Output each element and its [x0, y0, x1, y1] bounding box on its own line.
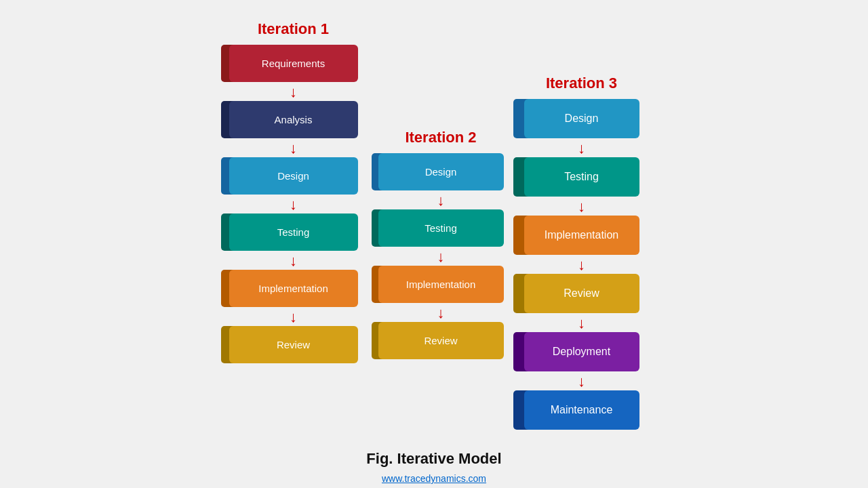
iter2-arrow-3: ↓ [437, 306, 445, 321]
iter1-review-step: Review [229, 326, 358, 363]
iteration-2-column: Iteration 2 Design ↓ Testing ↓ Implement… [378, 129, 504, 361]
iter3-review-step: Review [524, 274, 639, 313]
iter3-arrow-1: ↓ [578, 141, 585, 156]
iter3-arrow-4: ↓ [578, 316, 585, 331]
iter3-implementation-step: Implementation [524, 216, 639, 255]
arrow-5: ↓ [290, 310, 297, 325]
iter3-arrow-2: ↓ [578, 199, 585, 214]
arrow-1: ↓ [290, 85, 297, 100]
main-diagram: Iteration 1 Requirements ↓ Analysis ↓ De… [14, 20, 854, 431]
iter1-implementation-step: Implementation [229, 270, 358, 307]
iter1-requirements-step: Requirements [229, 45, 358, 82]
iter2-testing-box: Testing [378, 209, 504, 247]
iteration-3-column: Iteration 3 Design ↓ Testing ↓ Implement… [524, 75, 639, 431]
iter3-design-box: Design [524, 99, 639, 138]
iter2-arrow-2: ↓ [437, 249, 445, 264]
iter2-design-box: Design [378, 153, 504, 190]
iter3-deployment-step: Deployment [524, 332, 639, 371]
iteration-2-title: Iteration 2 [405, 129, 476, 146]
iter2-implementation-step: Implementation [378, 266, 504, 303]
iteration-1-column: Iteration 1 Requirements ↓ Analysis ↓ De… [229, 20, 358, 365]
iteration-3-title: Iteration 3 [546, 75, 617, 92]
testing-box: Testing [229, 214, 358, 251]
design-box: Design [229, 157, 358, 195]
iter2-testing-step: Testing [378, 209, 504, 247]
bottom-section: Fig. Iterative Model www.tracedynamics.c… [366, 438, 501, 484]
arrow-2: ↓ [290, 141, 297, 156]
iter3-testing-step: Testing [524, 157, 639, 197]
requirements-box: Requirements [229, 45, 358, 82]
iter1-analysis-step: Analysis [229, 101, 358, 138]
iteration-1-title: Iteration 1 [258, 20, 329, 38]
iter3-arrow-3: ↓ [578, 258, 585, 272]
analysis-box: Analysis [229, 101, 358, 138]
iter2-arrow-1: ↓ [437, 193, 445, 208]
iter1-design-step: Design [229, 157, 358, 195]
iter2-implementation-box: Implementation [378, 266, 504, 303]
iter3-maintenance-box: Maintenance [524, 390, 639, 430]
iter3-design-step: Design [524, 99, 639, 138]
arrow-4: ↓ [290, 253, 297, 268]
iter3-review-box: Review [524, 274, 639, 313]
iter3-maintenance-step: Maintenance [524, 390, 639, 430]
iter3-arrow-5: ↓ [578, 374, 585, 389]
arrow-3: ↓ [290, 197, 297, 212]
iter2-review-box: Review [378, 322, 504, 359]
iter3-deployment-box: Deployment [524, 332, 639, 371]
implementation-box: Implementation [229, 270, 358, 307]
website-link[interactable]: www.tracedynamics.com [382, 473, 486, 484]
iter2-design-step: Design [378, 153, 504, 190]
review-box: Review [229, 326, 358, 363]
iter3-testing-box: Testing [524, 157, 639, 197]
iter3-implementation-box: Implementation [524, 216, 639, 255]
iter1-testing-step: Testing [229, 214, 358, 251]
figure-caption: Fig. Iterative Model [366, 450, 501, 468]
iter2-review-step: Review [378, 322, 504, 359]
